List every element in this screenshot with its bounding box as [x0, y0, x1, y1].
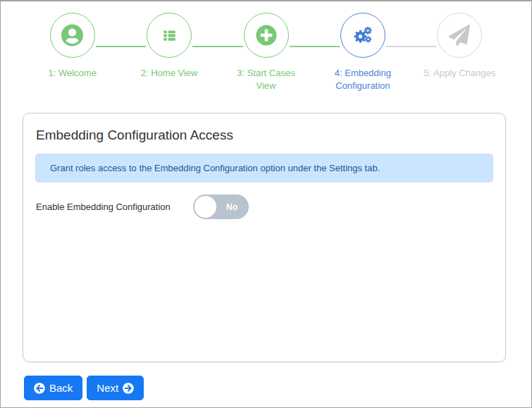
step-welcome-circle[interactable]: [50, 13, 95, 58]
card-title: Embedding Configuration Access: [36, 128, 493, 143]
wizard-footer: Back Next: [24, 376, 508, 400]
step-start-cases: 3: Start Cases View: [218, 13, 314, 92]
arrow-circle-left-icon: [34, 383, 45, 394]
info-alert: Grant roles access to the Embedding Conf…: [35, 154, 493, 183]
enable-embedding-label: Enable Embedding Configuration: [35, 202, 193, 212]
back-button-label: Back: [49, 382, 73, 394]
embedding-config-card: Embedding Configuration Access Grant rol…: [23, 113, 506, 362]
gears-icon: [352, 24, 374, 47]
wizard-page: 1: Welcome 2: Home View: [0, 0, 532, 408]
step-start-cases-label: 3: Start Cases View: [227, 67, 306, 92]
step-embedding-config-circle[interactable]: [340, 13, 385, 58]
enable-embedding-row: Enable Embedding Configuration No: [35, 194, 493, 219]
step-apply-changes: 5: Apply Changes: [412, 13, 508, 92]
step-home-view-label: 2: Home View: [130, 67, 209, 80]
step-start-cases-circle[interactable]: [244, 13, 289, 58]
paper-plane-icon: [449, 25, 470, 46]
step-connector: [192, 46, 242, 47]
user-circle-icon: [61, 24, 83, 47]
step-apply-changes-circle[interactable]: [437, 13, 482, 58]
wizard-stepper: 1: Welcome 2: Home View: [24, 13, 508, 92]
enable-embedding-toggle[interactable]: No: [193, 194, 249, 219]
step-embedding-config-label: 4: Embedding Configuration: [323, 67, 402, 92]
step-connector: [96, 46, 146, 47]
arrow-circle-right-icon: [123, 383, 134, 394]
next-button[interactable]: Next: [87, 376, 144, 400]
step-home-view-circle[interactable]: [147, 13, 192, 58]
back-button[interactable]: Back: [24, 376, 82, 400]
next-button-label: Next: [97, 382, 118, 394]
step-embedding-config: 4: Embedding Configuration: [314, 13, 411, 92]
step-welcome-label: 1: Welcome: [33, 67, 112, 80]
plus-circle-icon: [256, 25, 277, 46]
step-home-view: 2: Home View: [120, 13, 217, 92]
toggle-knob: [194, 196, 216, 218]
toggle-state-label: No: [226, 202, 238, 212]
list-icon: [160, 26, 179, 45]
step-connector: [386, 46, 436, 47]
step-connector: [290, 46, 340, 47]
step-apply-changes-label: 5: Apply Changes: [420, 67, 499, 80]
step-welcome: 1: Welcome: [24, 13, 120, 92]
